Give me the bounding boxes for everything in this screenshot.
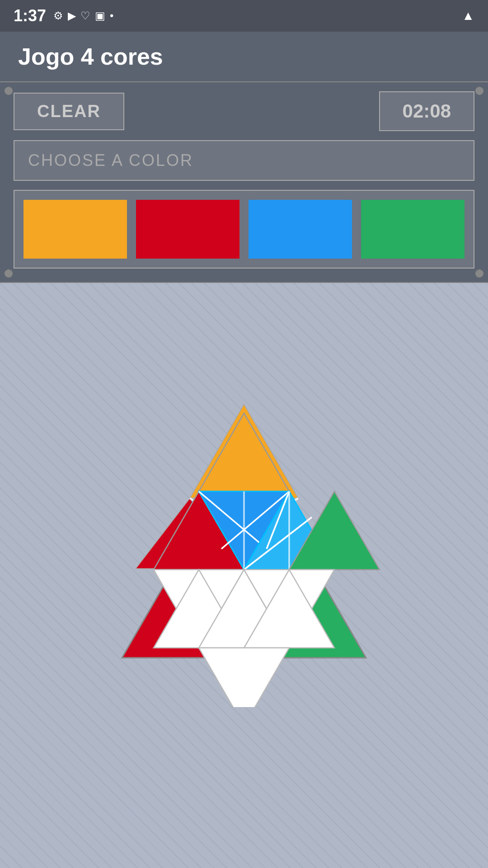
choose-color-label: CHOOSE A COLOR (28, 151, 193, 170)
puzzle-container: .tri-stroke { stroke: #999; stroke-width… (86, 391, 402, 709)
settings-icon: ⚙ (53, 9, 63, 22)
status-right: ▲ (462, 9, 474, 23)
corner-dot-br (475, 269, 483, 278)
choose-color-row: CHOOSE A COLOR (14, 140, 474, 181)
heart-icon: ♡ (80, 9, 90, 22)
corner-dot-tl (5, 87, 13, 95)
dot-icon: • (110, 9, 113, 22)
puzzle-svg[interactable]: .tri-stroke { stroke: #999; stroke-width… (86, 391, 402, 707)
signal-icon: ▲ (462, 9, 474, 23)
status-time: 1:37 (14, 6, 46, 25)
top-row: CLEAR 02:08 (14, 91, 474, 131)
color-swatch-green[interactable] (361, 200, 465, 259)
play-icon: ▶ (68, 9, 76, 22)
app-bar: Jogo 4 cores (0, 32, 488, 81)
corner-dot-bl (5, 269, 13, 278)
clear-button[interactable]: CLEAR (14, 93, 124, 130)
color-swatch-yellow[interactable] (23, 200, 127, 259)
game-area[interactable]: .tri-stroke { stroke: #999; stroke-width… (0, 283, 488, 868)
color-swatches (14, 190, 474, 269)
color-swatch-red[interactable] (136, 200, 239, 259)
timer-display: 02:08 (379, 91, 474, 131)
color-swatch-blue[interactable] (249, 200, 352, 259)
status-bar: 1:37 ⚙ ▶ ♡ ▣ • ▲ (0, 0, 488, 32)
status-icons: ⚙ ▶ ♡ ▣ • (53, 9, 113, 22)
control-panel: CLEAR 02:08 CHOOSE A COLOR (0, 81, 488, 283)
corner-dot-tr (475, 87, 483, 95)
status-left: 1:37 ⚙ ▶ ♡ ▣ • (14, 6, 113, 25)
app-title: Jogo 4 cores (18, 43, 163, 70)
sd-icon: ▣ (95, 9, 105, 22)
